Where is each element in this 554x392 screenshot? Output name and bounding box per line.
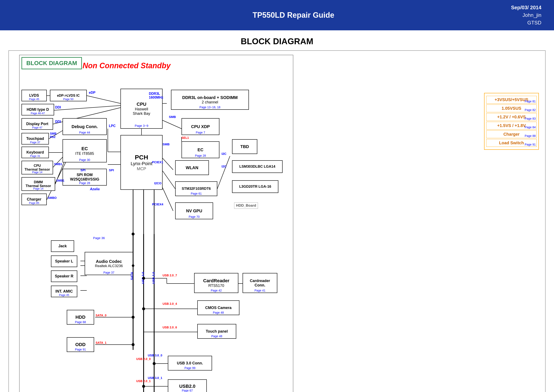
volt-1v2: +1.2V / +0.6VS Page 83 xyxy=(486,113,537,121)
cpu-thermal-box: CPUThermal Sensor Page 14 xyxy=(21,161,53,175)
l3gd-box: L3GD20TR LGA-16 xyxy=(232,180,278,193)
ec-ite-sub: ITE IT8585 xyxy=(75,151,94,156)
ddr3l-sig: DDR3L1600MHz xyxy=(149,92,163,99)
header-info: Sep/03/ 2014 John_jin GTSD xyxy=(511,4,541,27)
cardreader-conn-box: CardreaderConn. Page 41 xyxy=(242,273,277,293)
keyboard-box: Keyboard Page 31 xyxy=(21,147,49,158)
svg-line-4 xyxy=(163,158,173,170)
cardreader-box: CardReader RTS5170 Page 42 xyxy=(194,273,238,293)
usb204-sig: USB 2.0_4 xyxy=(163,302,177,305)
smb1-cpu-sig: SMB1 xyxy=(54,162,62,166)
pciex1-sig: PCIEX1 xyxy=(152,160,163,164)
ddr3l-box: DDR3L on-board + SODIMM 2 channel Page 1… xyxy=(171,90,249,110)
nv-gpu-box: NV GPU Page 70 xyxy=(175,203,213,219)
usb30-conn-label: USB 3.0 Conn. xyxy=(177,361,203,365)
cardreader-label: CardReader xyxy=(203,278,229,284)
lpc-sig: LPC xyxy=(109,124,116,128)
smbo-sig: SMBO xyxy=(48,196,57,199)
ec-main-label: EC xyxy=(198,147,203,152)
l3gd-label: L3GD20TR LGA-16 xyxy=(239,184,271,189)
lsm-box: LSM303DLBC LGA14 xyxy=(232,160,283,173)
ec-main-box: EC Page 28 xyxy=(181,141,219,158)
svg-line-6 xyxy=(163,188,173,211)
int-amic-box: INT. AMIC Page 45 xyxy=(51,286,77,297)
usb207-sig: USB 2.0_7 xyxy=(163,274,177,277)
svg-line-36 xyxy=(87,96,120,103)
ddr3l-sub: 2 channel xyxy=(202,100,218,105)
cpu-sub: HaswellShark Bay xyxy=(133,107,150,116)
header-date: Sep/03/ 2014 xyxy=(511,4,541,11)
charger-left-box: Charger Page 85 xyxy=(21,194,47,205)
node-dot-6 xyxy=(132,316,134,318)
diagram-area: BLOCK DIAGRAM Non Connected Standby CPU … xyxy=(8,50,546,392)
ddi-dp-sig: DDI xyxy=(55,120,61,124)
usb206-sig: USB 2.0_6 xyxy=(163,326,177,329)
svg-line-51 xyxy=(163,120,181,129)
node-dot-3 xyxy=(142,308,145,310)
display-port-label: Display Port xyxy=(26,122,48,126)
cpu-xdp-label: CPU XDP xyxy=(191,124,210,129)
node-dot-4 xyxy=(153,362,155,365)
cardreader-conn-label: CardreaderConn. xyxy=(250,279,270,287)
touch-panel-label: Touch panel xyxy=(206,329,228,334)
ec-ite-box: EC ITE IT8585 Page 30 xyxy=(62,139,107,162)
debug-conn-box: Debug Conn. Page 44 xyxy=(62,118,107,135)
cpu-thermal-label: CPUThermal Sensor xyxy=(25,164,50,171)
page-title: BLOCK DIAGRAM xyxy=(0,37,554,46)
usb20-label1: USB2.0 xyxy=(179,384,195,389)
edp-ic-label: eDP->LVDS IC xyxy=(57,94,80,98)
pciex4-sig: PCIEX4 xyxy=(152,203,163,206)
hdd-box: HDD Page 68 xyxy=(67,310,94,325)
page36-label: Page 36 xyxy=(93,236,105,240)
sata1-sig: SATA_1 xyxy=(96,341,107,344)
nv-gpu-label: NV GPU xyxy=(186,209,202,213)
keyboard-label: Keyboard xyxy=(26,150,44,155)
tbd-label: TBD xyxy=(240,144,249,149)
int-amic-label: INT. AMIC xyxy=(55,289,73,294)
sata-bus-label: SATA xyxy=(130,272,133,280)
touchpad-box: Touchpad Page 37 xyxy=(21,133,49,145)
smb-cpu-sig: SMB xyxy=(169,115,176,119)
ec-ite-label: EC xyxy=(82,146,88,151)
cpu-xdp-box: CPU XDP Page 7 xyxy=(181,118,219,135)
i2c-sig: I2C xyxy=(222,152,226,155)
lvds-box: LVDS Page 45 xyxy=(21,90,47,101)
debug-conn-label: Debug Conn. xyxy=(72,124,98,129)
odd-label: ODD xyxy=(75,342,86,347)
cpu-label: CPU xyxy=(137,102,146,107)
speaker-l-label: Speaker L xyxy=(55,259,73,264)
node-dot-5 xyxy=(142,385,145,388)
dimm-thermal-label: DIMMThermal Sensor xyxy=(26,180,51,188)
hdd-label: HDD xyxy=(75,315,85,320)
header-dept: GTSD xyxy=(511,19,541,27)
hdmi-box: HDMI type D Page 46-47 xyxy=(21,104,54,115)
pch-sub2: MCP xyxy=(137,166,146,171)
odd-box: ODD Page 91 xyxy=(67,337,94,352)
volt-3vsus: +3VSUS/+5VSUS Page 81 xyxy=(486,96,537,104)
pch-sub1: Lynx-Point xyxy=(131,161,152,166)
smb-ec-sig: SMB xyxy=(163,142,170,146)
usb20-box1: USB2.0 Page 67 xyxy=(168,379,207,392)
sel1-sig: SEL1 xyxy=(181,136,189,140)
audio-codec-box: Audio Codec Realtek ALC3236 Page 37 xyxy=(85,252,133,275)
lvds-label: LVDS xyxy=(29,93,39,98)
usb200-sig: USB 2.0_0 xyxy=(136,357,151,361)
azalia-sig: Azalia xyxy=(90,187,100,191)
spi-rom-label: SPI ROMW25Q16BVSSIG xyxy=(70,173,99,182)
cmos-camera-box: CMOS Camera Page 48 xyxy=(197,300,239,315)
header-author: John_jin xyxy=(511,11,541,19)
i2co-sig: I2CO xyxy=(154,181,161,185)
cmos-camera-label: CMOS Camera xyxy=(205,306,231,310)
speaker-r-label: Speaker R xyxy=(55,274,73,279)
node-dot-1 xyxy=(132,264,134,267)
edp-sig: eDP xyxy=(89,91,95,95)
svg-point-46 xyxy=(132,232,135,236)
smb1-dimm-sig: SMB1 xyxy=(56,179,64,182)
usb300-sig: USB 3.0_0 xyxy=(148,354,162,357)
volt-1v5: +1.5VS / +1.8V Page 84 xyxy=(486,122,537,130)
lsm-label: LSM303DLBC LGA14 xyxy=(239,165,275,169)
stm32-box: STM32F103RDT6 Page 61 xyxy=(175,181,217,196)
volt-load-switch: Load Switch Page 91 xyxy=(486,139,537,147)
smb-ps2-sig: SMBPS2 xyxy=(50,132,56,139)
wlan-box: WLAN xyxy=(175,160,209,175)
